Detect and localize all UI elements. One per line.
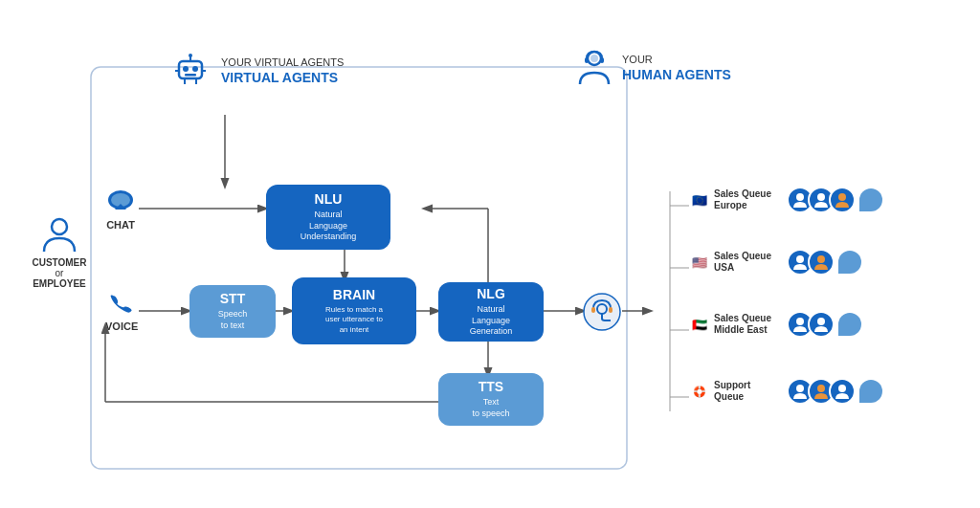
queue-europe-label: Sales QueueEurope [714, 188, 783, 211]
customer-label: CUSTOMER [21, 257, 98, 268]
queue-support: 🛟 SupportQueue [689, 378, 882, 405]
agents-europe [787, 187, 882, 213]
queue-support-label: SupportQueue [714, 380, 783, 403]
svg-point-43 [838, 193, 846, 201]
tts-box: TTS Text to speech [438, 373, 544, 426]
svg-rect-39 [591, 307, 595, 313]
agent-avatar [808, 249, 835, 276]
flag-europe: 🇪🇺 [689, 189, 710, 210]
employee-label: EMPLOYEE [21, 278, 98, 289]
flag-usa: 🇺🇸 [689, 252, 710, 273]
svg-point-50 [838, 385, 846, 392]
agents-usa [787, 249, 861, 276]
svg-point-47 [817, 318, 825, 325]
voice-section: VOICE [105, 292, 138, 332]
virtual-agents-title: YOUR VIRTUAL AGENTS VIRTUAL AGENTS [221, 55, 344, 86]
virtual-agents-header: YOUR VIRTUAL AGENTS VIRTUAL AGENTS [167, 48, 344, 94]
chat-bubble-icon [838, 251, 861, 274]
transfer-icon [582, 292, 622, 332]
svg-rect-0 [91, 67, 627, 469]
robot-icon [167, 48, 213, 94]
svg-rect-40 [609, 307, 612, 313]
queue-middle-east: 🇦🇪 Sales QueueMiddle East [689, 311, 861, 338]
chat-label: CHAT [105, 219, 136, 231]
chat-icon [105, 187, 136, 217]
agent-avatar [829, 187, 856, 213]
flag-support: 🛟 [689, 381, 710, 402]
svg-point-44 [796, 255, 804, 263]
agents-middle-east [787, 311, 861, 338]
flag-middle-east: 🇦🇪 [689, 314, 710, 335]
svg-point-33 [52, 219, 67, 234]
nlg-box: NLG Natural Language Generation [438, 282, 544, 342]
human-agents-title: YOUR HUMAN AGENTS [622, 53, 731, 83]
svg-point-37 [584, 294, 620, 330]
svg-point-24 [189, 54, 192, 57]
voice-label: VOICE [105, 320, 138, 332]
agent-avatar [808, 311, 835, 338]
person-icon [40, 215, 78, 254]
brain-box: BRAIN Rules to match a user utterance to… [292, 277, 416, 344]
chat-bubble-icon [859, 188, 882, 211]
svg-rect-31 [585, 57, 589, 63]
svg-point-48 [796, 385, 804, 392]
svg-point-30 [590, 55, 598, 62]
svg-rect-22 [185, 74, 196, 77]
svg-point-21 [192, 66, 198, 72]
svg-point-45 [817, 255, 825, 263]
svg-point-41 [796, 193, 804, 201]
svg-rect-32 [600, 57, 604, 63]
nlu-box: NLU Natural Language Understanding [266, 185, 390, 250]
diagram: YOUR VIRTUAL AGENTS VIRTUAL AGENTS YOUR … [0, 0, 980, 508]
chat-bubble-icon [838, 313, 861, 336]
human-agents-header: YOUR HUMAN AGENTS [574, 48, 731, 88]
customer-employee: CUSTOMER or EMPLOYEE [21, 215, 98, 289]
chat-bubble-icon [859, 380, 882, 403]
svg-point-42 [817, 193, 825, 201]
human-agent-icon [574, 48, 614, 88]
svg-point-49 [817, 385, 825, 392]
queue-usa-label: Sales QueueUSA [714, 251, 783, 274]
queue-middle-east-label: Sales QueueMiddle East [714, 313, 783, 336]
phone-icon [108, 292, 135, 319]
stt-box: STT Speech to text [189, 285, 276, 338]
agents-support [787, 378, 882, 405]
svg-point-20 [183, 66, 189, 72]
queue-europe: 🇪🇺 Sales QueueEurope [689, 187, 882, 213]
svg-point-46 [796, 318, 804, 325]
or-label: or [21, 268, 98, 278]
chat-section: CHAT [105, 187, 136, 231]
queue-usa: 🇺🇸 Sales QueueUSA [689, 249, 861, 276]
agent-avatar [829, 378, 856, 405]
